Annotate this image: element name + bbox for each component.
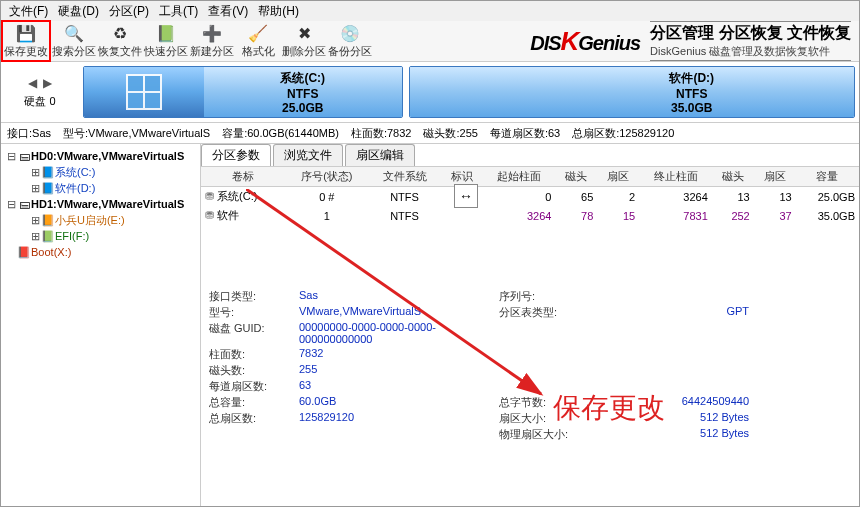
menu-disk[interactable]: 硬盘(D) <box>54 1 103 21</box>
tree-e[interactable]: 小兵U启动(E:) <box>55 213 125 228</box>
brand-logo: DISKGenius <box>530 26 640 57</box>
new-icon: ➕ <box>202 24 222 44</box>
hdd-icon: 🖴 <box>17 198 31 210</box>
recover-icon: ♻ <box>110 24 130 44</box>
partition-d[interactable]: 软件(D:) NTFS 35.0GB <box>409 66 856 118</box>
tab-browse-files[interactable]: 浏览文件 <box>273 144 343 166</box>
format-icon: 🧹 <box>248 24 268 44</box>
expand-icon[interactable]: ⊞ <box>29 230 41 243</box>
drag-icon[interactable]: ↔ <box>454 184 478 208</box>
next-disk-icon[interactable]: ▶ <box>43 76 52 90</box>
vol-icon: 📘 <box>41 166 55 179</box>
backup-icon: 💿 <box>340 24 360 44</box>
expand-icon[interactable]: ⊞ <box>29 166 41 179</box>
windows-icon <box>126 74 162 110</box>
menu-part[interactable]: 分区(P) <box>105 1 153 21</box>
table-row[interactable]: ⛃ 系统(C:) 0 # NTFS 0 65 2 3264 13 13 25.0… <box>201 187 859 207</box>
tree-d[interactable]: 软件(D:) <box>55 181 95 196</box>
disk-details: 接口类型:Sas序列号:型号:VMware,VMwareVirtualS分区表类… <box>201 285 859 446</box>
tree-c[interactable]: 系统(C:) <box>55 165 95 180</box>
table-row[interactable]: ⛃ 软件 1 NTFS 3264 78 15 7831 252 37 35.0G… <box>201 206 859 225</box>
vol-icon: 📙 <box>41 214 55 227</box>
toolbar: 💾 保存更改 🔍 搜索分区 ♻ 恢复文件 📗 快速分区 ➕ 新建分区 🧹 格式化… <box>1 21 859 62</box>
vol-icon: 📘 <box>41 182 55 195</box>
tab-bar: 分区参数 浏览文件 扇区编辑 <box>201 144 859 167</box>
menu-tools[interactable]: 工具(T) <box>155 1 202 21</box>
vol-icon: ⛃ <box>205 209 214 221</box>
vol-icon: ⛃ <box>205 190 214 202</box>
save-button[interactable]: 💾 保存更改 <box>1 20 51 62</box>
search-part-button[interactable]: 🔍 搜索分区 <box>51 22 97 60</box>
expand-icon[interactable]: ⊞ <box>29 182 41 195</box>
new-part-button[interactable]: ➕ 新建分区 <box>189 22 235 60</box>
menu-help[interactable]: 帮助(H) <box>254 1 303 21</box>
disk-bar: 系统(C:) NTFS 25.0GB 软件(D:) NTFS 35.0GB <box>79 62 859 122</box>
overview-left: ◀▶ 硬盘 0 <box>1 62 79 122</box>
menu-view[interactable]: 查看(V) <box>204 1 252 21</box>
quick-part-button[interactable]: 📗 快速分区 <box>143 22 189 60</box>
tab-sector-edit[interactable]: 扇区编辑 <box>345 144 415 166</box>
branding: DISKGenius 分区管理 分区恢复 文件恢复 DiskGenius 磁盘管… <box>522 21 859 61</box>
main-area: ⊟🖴HD0:VMware,VMwareVirtualS ⊞📘系统(C:) ⊞📘软… <box>1 144 859 507</box>
partition-table: 卷标 序号(状态) 文件系统 标识 起始柱面 磁头 扇区 终止柱面 磁头 扇区 … <box>201 167 859 225</box>
brand-line1: 分区管理 分区恢复 文件恢复 <box>650 21 851 44</box>
disk-tree: ⊟🖴HD0:VMware,VMwareVirtualS ⊞📘系统(C:) ⊞📘软… <box>1 144 201 507</box>
table-header-row: 卷标 序号(状态) 文件系统 标识 起始柱面 磁头 扇区 终止柱面 磁头 扇区 … <box>201 167 859 187</box>
tab-partition-params[interactable]: 分区参数 <box>201 144 271 166</box>
collapse-icon[interactable]: ⊟ <box>5 150 17 163</box>
brand-line2: DiskGenius 磁盘管理及数据恢复软件 <box>650 44 851 61</box>
recover-files-button[interactable]: ♻ 恢复文件 <box>97 22 143 60</box>
quick-icon: 📗 <box>156 24 176 44</box>
app-window: 文件(F) 硬盘(D) 分区(P) 工具(T) 查看(V) 帮助(H) 💾 保存… <box>0 0 860 507</box>
collapse-icon[interactable]: ⊟ <box>5 198 17 211</box>
tree-x[interactable]: Boot(X:) <box>31 246 71 258</box>
backup-part-button[interactable]: 💿 备份分区 <box>327 22 373 60</box>
prev-disk-icon[interactable]: ◀ <box>28 76 37 90</box>
search-icon: 🔍 <box>64 24 84 44</box>
disk-index-label: 硬盘 0 <box>24 94 55 109</box>
vol-icon: 📗 <box>41 230 55 243</box>
hdd-icon: 🖴 <box>17 150 31 162</box>
save-label: 保存更改 <box>4 44 48 59</box>
disk-info-line: 接口:Sas 型号:VMware,VMwareVirtualS 容量:60.0G… <box>1 123 859 144</box>
partition-c[interactable]: 系统(C:) NTFS 25.0GB <box>83 66 403 118</box>
disk-overview: ◀▶ 硬盘 0 系统(C:) NTFS 25.0GB 软件(D:) NTFS 3… <box>1 62 859 123</box>
delete-part-button[interactable]: ✖ 删除分区 <box>281 22 327 60</box>
delete-icon: ✖ <box>294 24 314 44</box>
save-icon: 💾 <box>16 24 36 44</box>
vol-icon: 📕 <box>17 246 31 259</box>
menu-bar: 文件(F) 硬盘(D) 分区(P) 工具(T) 查看(V) 帮助(H) <box>1 1 859 21</box>
menu-file[interactable]: 文件(F) <box>5 1 52 21</box>
content-panel: 分区参数 浏览文件 扇区编辑 卷标 序号(状态) 文件系统 标识 起始柱面 磁头… <box>201 144 859 507</box>
tree-f[interactable]: EFI(F:) <box>55 230 89 242</box>
tree-hd1[interactable]: HD1:VMware,VMwareVirtualS <box>31 198 184 210</box>
expand-icon[interactable]: ⊞ <box>29 214 41 227</box>
tree-hd0[interactable]: HD0:VMware,VMwareVirtualS <box>31 150 184 162</box>
format-button[interactable]: 🧹 格式化 <box>235 22 281 60</box>
